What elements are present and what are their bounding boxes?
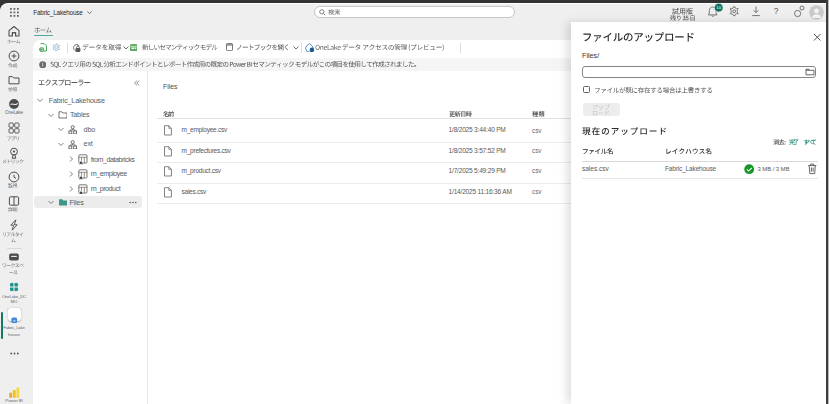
svg-text:10: 10 [716, 6, 721, 11]
